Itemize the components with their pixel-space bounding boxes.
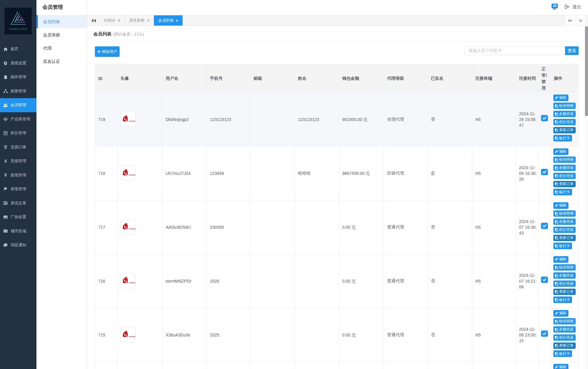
svg-text:woshop: woshop — [129, 228, 135, 230]
svg-text:woshop: woshop — [129, 335, 135, 337]
svg-text:woshop: woshop — [129, 174, 135, 176]
svg-text:woshop: woshop — [129, 281, 135, 284]
svg-text:THE BEST CORGO: THE BEST CORGO — [9, 28, 27, 30]
svg-text:woshop: woshop — [129, 120, 135, 122]
